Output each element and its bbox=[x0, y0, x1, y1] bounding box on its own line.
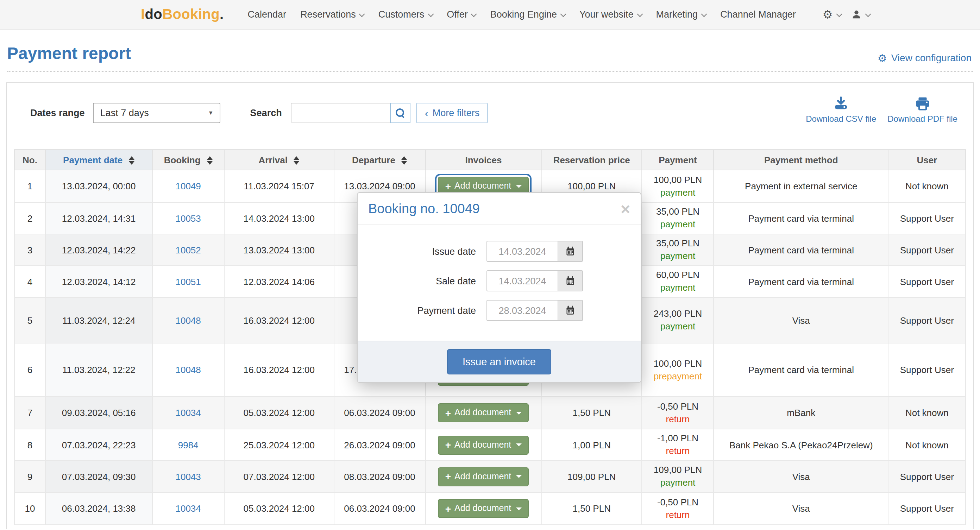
cell-no: 6 bbox=[14, 343, 45, 396]
plus-icon: + bbox=[445, 504, 451, 514]
nav-item-reservations[interactable]: Reservations bbox=[300, 9, 364, 20]
payment-amount: -0,50 PLN bbox=[646, 401, 709, 413]
cell-user: Support User bbox=[888, 343, 966, 396]
booking-link[interactable]: 10051 bbox=[175, 276, 200, 287]
modal-field-row: Payment date bbox=[372, 300, 627, 321]
sort-icon bbox=[402, 156, 407, 165]
cell-arrival: 07.03.2024 12:00 bbox=[224, 461, 334, 492]
sort-icon bbox=[129, 156, 134, 165]
cell-payment-date: 12.03.2024, 14:22 bbox=[45, 234, 152, 266]
select-arrow-icon: ▼ bbox=[208, 110, 214, 116]
issue-date-input[interactable] bbox=[487, 242, 558, 261]
cell-payment-method: Payment card via terminal bbox=[714, 234, 888, 266]
table-row: 709.03.2024, 05:161003405.03.2024 12:000… bbox=[14, 396, 966, 429]
more-filters-button[interactable]: ‹ More filters bbox=[417, 102, 488, 123]
booking-link[interactable]: 10034 bbox=[175, 503, 200, 514]
sort-desc-arrow bbox=[402, 162, 407, 165]
calendar-picker-button[interactable] bbox=[558, 242, 582, 261]
booking-link[interactable]: 10049 bbox=[175, 181, 200, 191]
column-label: Invoices bbox=[465, 154, 502, 165]
chevron-left-icon: ‹ bbox=[425, 107, 428, 118]
header-divider bbox=[7, 71, 973, 72]
cell-payment-date: 12.03.2024, 14:12 bbox=[45, 266, 152, 298]
cell-invoices: +Add document bbox=[426, 461, 542, 492]
cell-departure: 06.03.2024 09:00 bbox=[334, 396, 425, 429]
booking-link[interactable]: 10048 bbox=[175, 315, 200, 326]
printer-icon bbox=[915, 96, 931, 112]
modal-body: Issue dateSale datePayment date bbox=[358, 225, 641, 341]
nav-item-your-website[interactable]: Your website bbox=[579, 9, 642, 20]
booking-link[interactable]: 9984 bbox=[178, 439, 199, 450]
settings-menu[interactable]: ⚙ bbox=[822, 9, 841, 20]
column-header-booking[interactable]: Booking bbox=[152, 150, 224, 170]
view-configuration-label: View configuration bbox=[891, 52, 972, 63]
nav-item-label: Calendar bbox=[248, 9, 286, 20]
calendar-picker-button[interactable] bbox=[558, 271, 582, 291]
column-header-user: User bbox=[888, 150, 966, 170]
add-document-button[interactable]: +Add document bbox=[438, 467, 529, 486]
cell-departure: 26.03.2024 09:00 bbox=[334, 429, 425, 461]
view-configuration-link[interactable]: ⚙ View configuration bbox=[878, 52, 972, 63]
search-button[interactable] bbox=[390, 102, 411, 123]
cell-invoices: +Add document bbox=[426, 492, 542, 525]
payment-type: prepayment bbox=[646, 370, 709, 382]
nav-item-booking-engine[interactable]: Booking Engine bbox=[490, 9, 565, 20]
column-header-departure[interactable]: Departure bbox=[334, 150, 425, 170]
cell-booking: 10048 bbox=[152, 343, 224, 396]
nav-item-customers[interactable]: Customers bbox=[379, 9, 433, 20]
cell-payment: 109,00 PLNpayment bbox=[642, 461, 714, 492]
payment-amount: 100,00 PLN bbox=[646, 174, 709, 186]
close-icon[interactable]: × bbox=[620, 203, 630, 216]
booking-link[interactable]: 10043 bbox=[175, 471, 200, 482]
sort-asc-arrow bbox=[129, 156, 134, 160]
payment-date-input[interactable] bbox=[487, 301, 558, 320]
column-header-arrival[interactable]: Arrival bbox=[224, 150, 334, 170]
cell-no: 5 bbox=[14, 298, 45, 343]
column-header-payment-date[interactable]: Payment date bbox=[45, 150, 152, 170]
nav-item-label: Customers bbox=[379, 9, 425, 20]
calendar-picker-button[interactable] bbox=[558, 301, 582, 320]
column-label: Arrival bbox=[259, 154, 288, 165]
dates-range-select[interactable]: Last 7 days ▼ bbox=[93, 102, 221, 123]
cell-payment-method: Payment card via terminal bbox=[714, 266, 888, 298]
sale-date-input[interactable] bbox=[487, 271, 558, 291]
idobooking-logo[interactable]: IdoBooking. bbox=[141, 6, 224, 22]
column-header-reservation-price: Reservation price bbox=[541, 150, 642, 170]
nav-item-marketing[interactable]: Marketing bbox=[656, 9, 706, 20]
plus-icon: + bbox=[445, 408, 451, 418]
column-label: Departure bbox=[352, 154, 395, 165]
booking-link[interactable]: 10034 bbox=[175, 407, 200, 418]
download-csv-link[interactable]: Download CSV file bbox=[806, 96, 876, 124]
account-menu[interactable] bbox=[851, 9, 870, 20]
issue-invoice-button[interactable]: Issue an invoice bbox=[447, 349, 551, 374]
cell-arrival: 12.03.2024 14:06 bbox=[224, 266, 334, 298]
cell-arrival: 11.03.2024 15:07 bbox=[224, 170, 334, 202]
search-input[interactable] bbox=[291, 103, 390, 123]
nav-item-calendar[interactable]: Calendar bbox=[248, 9, 286, 20]
chevron-down-icon bbox=[359, 11, 365, 17]
dates-range-label: Dates range bbox=[30, 107, 85, 118]
payment-type: return bbox=[646, 413, 709, 425]
add-document-button[interactable]: +Add document bbox=[438, 403, 529, 422]
cell-payment: -0,50 PLNreturn bbox=[642, 492, 714, 525]
add-document-button[interactable]: +Add document bbox=[438, 499, 529, 518]
add-document-button[interactable]: +Add document bbox=[438, 435, 529, 454]
booking-link[interactable]: 10052 bbox=[175, 245, 200, 255]
cell-arrival: 05.03.2024 12:00 bbox=[224, 492, 334, 525]
sort-desc-arrow bbox=[207, 162, 213, 165]
cell-no: 9 bbox=[14, 461, 45, 492]
nav-item-offer[interactable]: Offer bbox=[447, 9, 476, 20]
cell-booking: 9984 bbox=[152, 429, 224, 461]
booking-link[interactable]: 10048 bbox=[175, 364, 200, 375]
payment-type: payment bbox=[646, 250, 709, 262]
top-navbar: IdoBooking. CalendarReservationsCustomer… bbox=[0, 0, 980, 30]
column-label: Payment bbox=[659, 154, 697, 165]
payment-amount: 100,00 PLN bbox=[646, 358, 709, 370]
cell-payment-date: 09.03.2024, 05:16 bbox=[45, 396, 152, 429]
calendar-icon bbox=[565, 306, 575, 315]
download-pdf-link[interactable]: Download PDF file bbox=[888, 96, 958, 124]
sort-icon bbox=[294, 156, 299, 165]
nav-item-channel-manager[interactable]: Channel Manager bbox=[720, 9, 796, 20]
cell-reservation-price: 1,50 PLN bbox=[541, 396, 642, 429]
booking-link[interactable]: 10053 bbox=[175, 213, 200, 223]
